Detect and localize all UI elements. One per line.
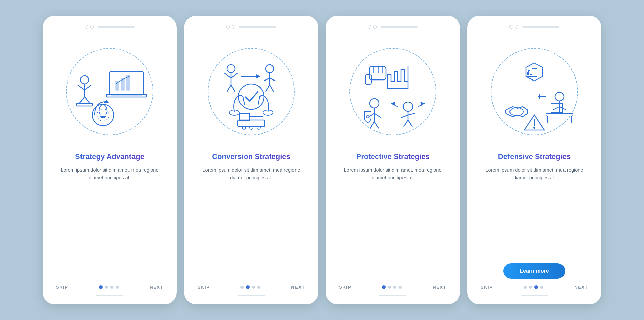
next-button-3[interactable]: NEXT — [433, 285, 446, 290]
svg-rect-1 — [106, 94, 147, 97]
cards-container: Strategy Advantage Lorem ipsum dolor sit… — [29, 2, 615, 318]
dots-row-1 — [99, 285, 119, 289]
dot-2-4 — [529, 286, 532, 289]
svg-line-33 — [270, 85, 274, 92]
dot-active-3 — [382, 285, 386, 289]
dots-row-3 — [382, 285, 402, 289]
top-dot-2 — [90, 25, 94, 29]
svg-rect-40 — [369, 66, 386, 80]
dots-row-2 — [240, 285, 260, 289]
bottom-nav-1: SKIP NEXT — [53, 285, 166, 290]
card-title-4: Defensive Strategies — [498, 152, 571, 162]
top-line-2 — [239, 26, 276, 28]
illustration-area-3 — [336, 35, 449, 149]
top-line — [98, 26, 135, 28]
svg-point-60 — [510, 108, 523, 116]
card-title-3: Protective Strategies — [356, 152, 430, 162]
illustration-area-1 — [53, 35, 166, 149]
svg-line-7 — [78, 85, 85, 90]
top-line-4 — [522, 26, 559, 28]
top-dot-2-1 — [226, 25, 230, 29]
svg-line-32 — [266, 85, 270, 92]
svg-point-20 — [227, 65, 235, 73]
svg-line-49 — [370, 122, 374, 128]
dot-4-1 — [116, 286, 119, 289]
dot-3-1 — [110, 286, 113, 289]
svg-point-45 — [370, 99, 379, 108]
svg-line-50 — [374, 122, 379, 128]
skip-button-1[interactable]: SKIP — [56, 285, 68, 290]
next-button-1[interactable]: NEXT — [150, 285, 163, 290]
top-bar-3 — [336, 25, 449, 29]
protective-strategies-icon — [346, 45, 440, 139]
bottom-nav-2: SKIP NEXT — [195, 285, 308, 290]
card-strategy-advantage: Strategy Advantage Lorem ipsum dolor sit… — [43, 16, 177, 304]
skip-button-4[interactable]: SKIP — [481, 285, 493, 290]
bottom-handle-4 — [521, 295, 548, 296]
illustration-area-4 — [478, 35, 591, 149]
svg-point-28 — [266, 65, 274, 73]
card-defensive-strategies: Defensive Strategies Lorem ipsum dolor s… — [467, 16, 601, 304]
dot-active-4 — [534, 285, 538, 289]
top-bar-2 — [195, 25, 308, 29]
dot-active-1 — [99, 285, 103, 289]
card-protective-strategies: Protective Strategies Lorem ipsum dolor … — [326, 16, 460, 304]
svg-rect-11 — [77, 103, 92, 106]
dot-3-2 — [252, 286, 255, 289]
svg-line-66 — [553, 107, 559, 110]
next-button-2[interactable]: NEXT — [291, 285, 305, 290]
svg-line-30 — [264, 78, 270, 81]
card-conversion-strategies: Conversion Strategies Lorem ipsum dolor … — [184, 16, 318, 304]
dot-2-1 — [105, 286, 108, 289]
top-dot-1 — [85, 25, 88, 29]
illustration-area-2 — [195, 35, 308, 149]
dot-4-3 — [399, 286, 402, 289]
dot-4-2 — [257, 286, 260, 289]
dot-1-2 — [240, 286, 244, 289]
top-bar — [53, 25, 166, 29]
dot-2-3 — [388, 286, 391, 289]
svg-point-63 — [533, 127, 535, 129]
defensive-strategies-icon — [487, 45, 581, 139]
conversion-strategies-icon — [204, 45, 298, 139]
svg-marker-27 — [256, 74, 260, 78]
svg-line-10 — [85, 97, 90, 103]
card-body-4: Lorem ipsum dolor sit dim amet, mea regi… — [478, 166, 591, 257]
dots-row-4 — [524, 285, 543, 289]
bottom-handle-2 — [238, 295, 265, 296]
bottom-nav-3: SKIP NEXT — [336, 285, 449, 290]
skip-button-3[interactable]: SKIP — [339, 285, 351, 290]
svg-rect-68 — [546, 113, 573, 116]
svg-line-22 — [224, 73, 231, 78]
bottom-handle-3 — [379, 295, 406, 296]
svg-line-48 — [374, 113, 381, 118]
dot-4-4 — [540, 286, 543, 289]
card-title-1: Strategy Advantage — [75, 152, 144, 162]
bottom-handle-1 — [96, 295, 123, 296]
skip-button-2[interactable]: SKIP — [198, 285, 210, 290]
top-dot-4-2 — [515, 25, 518, 29]
svg-line-31 — [270, 78, 275, 81]
svg-line-8 — [85, 85, 91, 90]
top-line-3 — [381, 26, 418, 28]
card-body-2: Lorem ipsum dolor sit dim amet, mea regi… — [195, 166, 308, 279]
top-dot-2-2 — [232, 25, 235, 29]
svg-line-24 — [227, 85, 231, 92]
svg-point-64 — [555, 92, 564, 101]
top-bar-4 — [478, 25, 591, 29]
card-body-1: Lorem ipsum dolor sit dim amet, mea regi… — [53, 166, 166, 279]
card-title-2: Conversion Strategies — [212, 152, 290, 162]
bottom-nav-4: SKIP NEXT — [478, 285, 591, 290]
card-body-3: Lorem ipsum dolor sit dim amet, mea regi… — [336, 166, 449, 279]
svg-line-25 — [231, 85, 235, 92]
svg-line-23 — [231, 73, 238, 78]
dot-3-3 — [393, 286, 396, 289]
top-dot-3-2 — [373, 25, 377, 29]
svg-point-5 — [80, 76, 89, 84]
dot-1-4 — [524, 286, 527, 289]
top-dot-3-1 — [368, 25, 371, 29]
next-button-4[interactable]: NEXT — [574, 285, 588, 290]
learn-more-button[interactable]: Learn more — [503, 263, 565, 279]
svg-rect-35 — [239, 113, 250, 121]
svg-line-9 — [79, 97, 85, 103]
